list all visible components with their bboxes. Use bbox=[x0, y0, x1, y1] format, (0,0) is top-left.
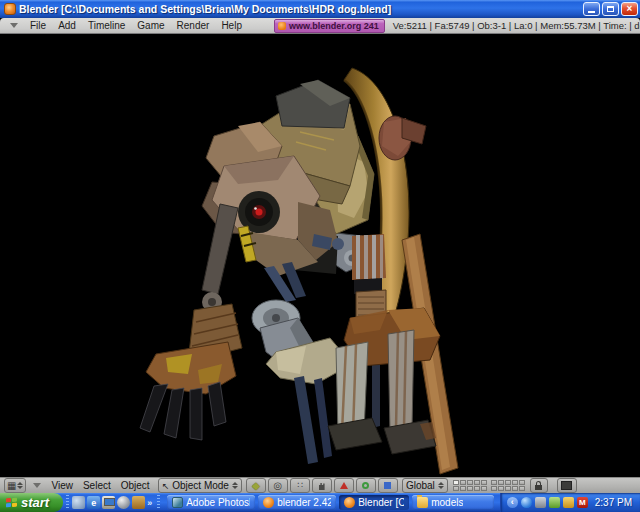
layer-lock-button[interactable] bbox=[530, 478, 548, 493]
folder-icon bbox=[417, 497, 428, 508]
draw-type-icon: ◆ bbox=[252, 481, 260, 491]
close-button[interactable]: × bbox=[621, 2, 638, 16]
layer-buttons-group-2[interactable] bbox=[491, 480, 525, 491]
manipulator-rotate-button[interactable] bbox=[356, 478, 376, 493]
editor-type-stepper bbox=[17, 482, 23, 489]
render-preview-button[interactable] bbox=[557, 478, 577, 493]
layer-buttons-group-1[interactable] bbox=[453, 480, 487, 491]
quicklaunch-show-desktop-icon[interactable] bbox=[102, 496, 115, 509]
view3d-header: ▦ View Select Object ↖ Object Mode ◆ ◎ ∷ bbox=[0, 477, 640, 493]
manipulator-hand-button[interactable] bbox=[312, 478, 332, 493]
quicklaunch-search-icon[interactable] bbox=[72, 496, 85, 509]
minimize-button[interactable] bbox=[583, 2, 600, 16]
blender-task-icon bbox=[344, 497, 355, 508]
orientation-stepper bbox=[438, 482, 444, 489]
panel-collapse-icon[interactable] bbox=[33, 483, 41, 488]
snap-icon: ∷ bbox=[298, 481, 303, 490]
manipulator-translate-button[interactable] bbox=[334, 478, 354, 493]
view3d-editor-icon: ▦ bbox=[7, 481, 16, 491]
robot-model[interactable] bbox=[0, 34, 640, 477]
blender-task-icon bbox=[263, 497, 274, 508]
taskbar-divider[interactable] bbox=[66, 495, 69, 510]
blender-info-header: File Add Timeline Game Render Help www.b… bbox=[0, 18, 640, 34]
taskbar-divider-2[interactable] bbox=[157, 495, 160, 510]
window-controls: × bbox=[583, 2, 638, 16]
robot-claws bbox=[140, 382, 226, 440]
quicklaunch-app-icon[interactable] bbox=[132, 496, 145, 509]
task-blender-document[interactable]: Blender [C:/Documen... bbox=[339, 495, 409, 510]
desktop-screen: Blender [C:\Documents and Settings\Brian… bbox=[0, 0, 640, 512]
tray-app-icon-1[interactable] bbox=[549, 497, 560, 508]
tray-messenger-icon[interactable] bbox=[521, 497, 532, 508]
orientation-value: Global bbox=[406, 480, 435, 491]
menu-render[interactable]: Render bbox=[171, 18, 216, 33]
viewport-3d[interactable] bbox=[0, 34, 640, 477]
menu-select[interactable]: Select bbox=[78, 478, 116, 493]
robot-right-legs bbox=[328, 308, 440, 454]
quick-launch-bar: e bbox=[72, 496, 145, 509]
orientation-dropdown[interactable]: Global bbox=[402, 478, 448, 493]
draw-type-button[interactable]: ◆ bbox=[246, 478, 266, 493]
translate-icon bbox=[340, 482, 348, 489]
mode-dropdown[interactable]: ↖ Object Mode bbox=[158, 478, 242, 493]
tray-collapse-chevron[interactable]: ‹ bbox=[507, 497, 518, 508]
windows-flag-icon bbox=[6, 498, 17, 508]
header-collapse-icon[interactable] bbox=[10, 23, 18, 28]
menu-timeline[interactable]: Timeline bbox=[82, 18, 131, 33]
blender-version-badge: www.blender.org 241 bbox=[274, 19, 385, 33]
render-preview-icon bbox=[561, 481, 572, 490]
snap-button[interactable]: ∷ bbox=[290, 478, 310, 493]
menu-add[interactable]: Add bbox=[52, 18, 82, 33]
scene-stats: Ve:5211 | Fa:5749 | Ob:3-1 | La:0 | Mem:… bbox=[393, 20, 640, 31]
task-blender-exe[interactable]: blender 2.42 RC1.exe bbox=[258, 495, 336, 510]
object-mode-icon: ↖ bbox=[162, 481, 170, 491]
mode-dropdown-stepper bbox=[232, 482, 238, 489]
tray-volume-icon[interactable] bbox=[535, 497, 546, 508]
task-buttons: Adobe Photoshop blender 2.42 RC1.exe Ble… bbox=[167, 495, 494, 510]
start-button[interactable]: start bbox=[0, 493, 63, 512]
window-titlebar: Blender [C:\Documents and Settings\Brian… bbox=[0, 0, 640, 18]
quicklaunch-overflow-chevron[interactable]: » bbox=[147, 498, 152, 508]
badge-label: www.blender.org 241 bbox=[289, 21, 379, 31]
task-models-folder[interactable]: models bbox=[412, 495, 494, 510]
quicklaunch-media-icon[interactable] bbox=[117, 496, 130, 509]
blender-app-icon bbox=[4, 3, 16, 15]
window-title: Blender [C:\Documents and Settings\Brian… bbox=[19, 3, 579, 15]
task-adobe-photoshop[interactable]: Adobe Photoshop bbox=[167, 495, 255, 510]
hand-icon bbox=[317, 481, 327, 491]
windows-taskbar: start e » Adobe Photoshop blender 2.42 R… bbox=[0, 493, 640, 512]
restore-icon bbox=[607, 6, 614, 12]
menu-file[interactable]: File bbox=[24, 18, 52, 33]
tray-m-icon[interactable]: M bbox=[577, 497, 588, 508]
mode-dropdown-value: Object Mode bbox=[172, 480, 229, 491]
menu-view[interactable]: View bbox=[46, 478, 78, 493]
rotate-icon bbox=[362, 482, 369, 489]
restore-button[interactable] bbox=[602, 2, 619, 16]
tray-app-icon-2[interactable] bbox=[563, 497, 574, 508]
pivot-icon: ◎ bbox=[274, 481, 283, 491]
pivot-button[interactable]: ◎ bbox=[268, 478, 288, 493]
menu-game[interactable]: Game bbox=[131, 18, 170, 33]
minimize-icon bbox=[588, 11, 595, 13]
robot-left-arm bbox=[140, 204, 242, 440]
menu-help[interactable]: Help bbox=[215, 18, 248, 33]
system-tray: ‹ M 2:37 PM bbox=[500, 493, 640, 512]
editor-type-button[interactable]: ▦ bbox=[4, 478, 26, 493]
quicklaunch-internet-explorer-icon[interactable]: e bbox=[87, 496, 100, 509]
blender-logo-icon bbox=[278, 22, 286, 30]
taskbar-clock: 2:37 PM bbox=[595, 497, 632, 508]
menu-object[interactable]: Object bbox=[116, 478, 155, 493]
manipulator-scale-button[interactable] bbox=[378, 478, 398, 493]
photoshop-icon bbox=[172, 497, 183, 508]
start-label: start bbox=[21, 495, 49, 510]
scale-icon bbox=[384, 482, 391, 489]
